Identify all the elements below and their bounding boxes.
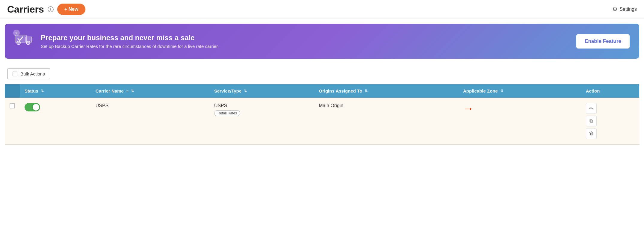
settings-label: Settings	[619, 7, 637, 12]
sort-icon-status: ⇅	[41, 89, 44, 93]
carrier-name: USPS	[96, 103, 109, 108]
th-checkbox	[5, 84, 20, 98]
banner-text: Prepare your business and never miss a s…	[41, 34, 569, 49]
header-left: Carriers i + New	[7, 4, 85, 15]
service-name: USPS	[214, 103, 309, 108]
th-carrier-name[interactable]: Carrier Name ≡ ⇅	[91, 84, 209, 98]
svg-point-3	[26, 41, 30, 45]
sort-icon-carrier: ⇅	[131, 89, 134, 93]
th-service-type[interactable]: Service/Type ⇅	[209, 84, 314, 98]
bulk-actions-label: Bulk Actions	[20, 71, 45, 76]
svg-point-2	[17, 41, 20, 45]
trash-icon: 🗑	[589, 131, 594, 136]
sort-icon-origins: ⇅	[365, 89, 368, 93]
banner-title: Prepare your business and never miss a s…	[41, 34, 569, 42]
th-origins[interactable]: Origins Assigned To ⇅	[314, 84, 458, 98]
service-type-cell: USPS Retail Rates	[209, 98, 314, 145]
table-header-row: Status ⇅ Carrier Name ≡ ⇅ Service/Type ⇅	[5, 84, 639, 98]
zone-cell: →	[458, 98, 581, 145]
action-buttons: ✏ ⧉ 🗑	[586, 103, 634, 139]
status-cell	[20, 98, 91, 145]
page-title: Carriers	[7, 4, 44, 15]
promo-banner: × Prepare your business and never miss a…	[5, 24, 639, 59]
action-cell: ✏ ⧉ 🗑	[581, 98, 639, 145]
row-checkbox[interactable]	[10, 103, 15, 108]
bulk-actions-row: Bulk Actions	[0, 63, 644, 84]
sort-icon-service: ⇅	[244, 89, 247, 93]
row-checkbox-cell	[5, 98, 20, 145]
enable-feature-button[interactable]: Enable Feature	[576, 34, 630, 49]
carriers-table: Status ⇅ Carrier Name ≡ ⇅ Service/Type ⇅	[5, 84, 639, 145]
edit-icon: ✏	[589, 106, 593, 111]
filter-icon-carrier: ≡	[126, 89, 129, 93]
origins-value: Main Origin	[319, 103, 343, 108]
gear-icon: ⚙	[612, 6, 618, 13]
banner-close-badge[interactable]: ×	[13, 30, 20, 36]
toggle-slider	[25, 103, 40, 111]
red-arrow-icon: →	[463, 103, 474, 114]
bulk-select-checkbox[interactable]	[13, 72, 17, 76]
page-header: Carriers i + New ⚙ Settings	[0, 0, 644, 19]
th-status[interactable]: Status ⇅	[20, 84, 91, 98]
bulk-actions-button[interactable]: Bulk Actions	[7, 68, 50, 79]
new-button[interactable]: + New	[57, 4, 86, 15]
banner-icon-area: ×	[14, 31, 34, 52]
th-zone[interactable]: Applicable Zone ⇅	[458, 84, 581, 98]
banner-subtitle: Set up Backup Carrier Rates for the rare…	[41, 44, 569, 49]
origins-cell: Main Origin	[314, 98, 458, 145]
table-container: Status ⇅ Carrier Name ≡ ⇅ Service/Type ⇅	[0, 84, 644, 145]
sort-icon-zone: ⇅	[500, 89, 503, 93]
edit-button[interactable]: ✏	[586, 103, 597, 114]
table-row: USPS USPS Retail Rates Main Origin → ✏	[5, 98, 639, 145]
info-icon[interactable]: i	[48, 6, 54, 12]
settings-link[interactable]: ⚙ Settings	[612, 6, 637, 13]
type-badge: Retail Rates	[214, 110, 240, 116]
status-toggle[interactable]	[25, 103, 40, 111]
th-action: Action	[581, 84, 639, 98]
copy-icon: ⧉	[589, 118, 593, 124]
copy-button[interactable]: ⧉	[586, 116, 597, 126]
carrier-name-cell: USPS	[91, 98, 209, 145]
delete-button[interactable]: 🗑	[586, 128, 597, 139]
